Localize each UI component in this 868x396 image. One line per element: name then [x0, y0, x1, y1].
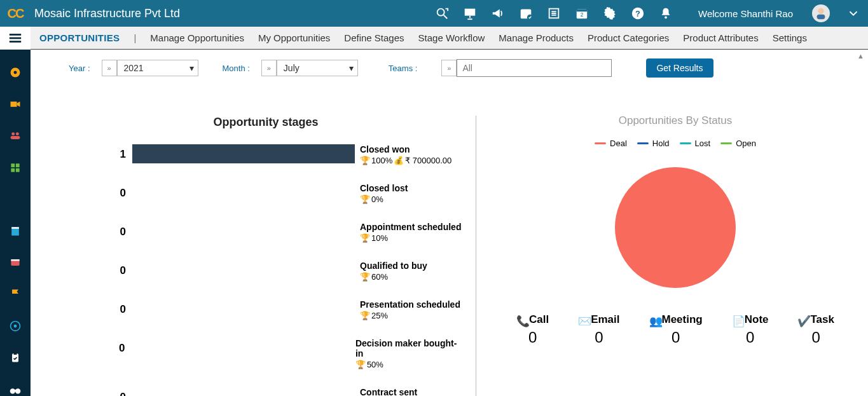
- rail-moon-icon[interactable]: [9, 193, 22, 206]
- activity-email: ✉️Email0: [578, 313, 619, 346]
- stage-percent: 0%: [371, 195, 383, 204]
- gear-icon[interactable]: [603, 6, 617, 20]
- scroll-up-indicator[interactable]: ▲: [857, 52, 864, 60]
- get-results-button[interactable]: Get Results: [646, 58, 713, 78]
- svg-rect-31: [11, 168, 15, 172]
- trophy-icon: 🏆: [360, 311, 370, 320]
- nav-product-attributes[interactable]: Product Attributes: [683, 32, 758, 43]
- stage-name: Appointment scheduled: [360, 222, 461, 232]
- menu-toggle[interactable]: [0, 27, 31, 50]
- nav-stage-workflow[interactable]: Stage Workflow: [418, 32, 485, 43]
- sub-nav-bar: OPPORTUNITIES | Manage Opportunities My …: [0, 27, 868, 50]
- legend-label: Open: [736, 139, 756, 148]
- stage-name: Closed lost: [360, 183, 408, 193]
- svg-point-24: [14, 71, 17, 74]
- app-logo[interactable]: CC: [0, 0, 31, 27]
- status-chart-title: Opportunities By Status: [502, 114, 849, 127]
- year-prev[interactable]: »: [102, 60, 117, 76]
- nav-my-opportunities[interactable]: My Opportunities: [258, 32, 330, 43]
- trophy-icon: 🏆: [360, 156, 370, 165]
- month-select[interactable]: July ▾: [277, 60, 358, 76]
- nav-opportunities[interactable]: OPPORTUNITIES: [39, 32, 120, 43]
- search-icon[interactable]: [435, 6, 449, 20]
- filter-bar: Year : » 2021 ▾ Month : » July ▾ Teams :…: [69, 58, 849, 78]
- rail-grid-icon[interactable]: [9, 161, 22, 174]
- month-value: July: [284, 63, 300, 73]
- meeting-icon: 👥: [649, 315, 659, 325]
- top-bar: CC Mosaic Infrastructure Pvt Ltd 2 ? Wel…: [0, 0, 868, 27]
- nav-product-categories[interactable]: Product Categories: [588, 32, 669, 43]
- svg-line-1: [444, 15, 448, 19]
- rail-video-icon[interactable]: [9, 98, 22, 111]
- activity-label: Email: [591, 313, 619, 326]
- stage-count: 0: [69, 387, 132, 396]
- activity-count: 0: [732, 329, 769, 346]
- list-icon[interactable]: [547, 6, 561, 20]
- help-icon[interactable]: ?: [631, 6, 645, 20]
- rail-binoculars-icon[interactable]: [9, 383, 22, 396]
- svg-rect-36: [11, 259, 19, 261]
- year-value: 2021: [124, 63, 144, 73]
- activity-count: 0: [649, 329, 703, 346]
- activity-label: Meeting: [662, 313, 703, 326]
- legend-label: Hold: [652, 139, 670, 148]
- stage-count: 1: [69, 144, 132, 161]
- stage-count: 0: [69, 299, 132, 316]
- stage-bar: [132, 261, 355, 280]
- announcement-icon[interactable]: [491, 6, 505, 20]
- stage-percent: 10%: [371, 233, 388, 243]
- status-pie-chart: [615, 167, 736, 288]
- bell-icon[interactable]: [659, 6, 673, 20]
- stage-percent: 25%: [371, 311, 388, 320]
- chevron-down-icon[interactable]: [846, 6, 860, 20]
- teams-prev[interactable]: »: [441, 60, 457, 76]
- year-select[interactable]: 2021 ▾: [117, 60, 198, 76]
- stage-row: 0Appointment scheduled🏆10%: [69, 222, 463, 243]
- activity-task: ✔️Task0: [797, 313, 834, 346]
- stage-count: 0: [69, 222, 132, 238]
- svg-rect-2: [465, 9, 476, 16]
- svg-point-0: [437, 9, 444, 16]
- presentation-icon[interactable]: [463, 6, 477, 20]
- legend-item: Deal: [595, 139, 627, 148]
- svg-rect-28: [11, 136, 20, 139]
- activity-label: Task: [810, 313, 834, 326]
- rail-flag-icon[interactable]: [9, 288, 22, 301]
- dropdown-icon: ▾: [189, 63, 194, 73]
- month-prev[interactable]: »: [261, 60, 277, 76]
- stage-bar: [132, 183, 355, 202]
- stage-row: 0Contract sent🏆70%: [69, 387, 463, 396]
- stage-percent: 100%: [371, 156, 392, 165]
- nav-manage-products[interactable]: Manage Products: [499, 32, 574, 43]
- svg-rect-29: [11, 163, 15, 167]
- rail-people-icon[interactable]: [9, 130, 22, 142]
- year-label: Year :: [69, 64, 90, 73]
- nav-manage-opportunities[interactable]: Manage Opportunities: [150, 32, 244, 43]
- nav-separator: |: [134, 32, 136, 43]
- legend-swatch: [595, 142, 606, 144]
- svg-rect-19: [817, 15, 825, 19]
- avatar[interactable]: [812, 4, 830, 22]
- stage-percent: 50%: [367, 360, 383, 369]
- stage-percent: 60%: [371, 272, 388, 282]
- stage-amount: ₹ 700000.00: [405, 156, 451, 165]
- stage-name: Qualified to buy: [360, 261, 427, 271]
- svg-point-18: [818, 8, 823, 14]
- rail-card-icon[interactable]: [9, 256, 22, 269]
- nav-define-stages[interactable]: Define Stages: [344, 32, 404, 43]
- stage-count: 0: [69, 338, 132, 355]
- legend-item: Open: [720, 139, 756, 148]
- teams-input[interactable]: [457, 59, 612, 77]
- stage-bar: [132, 338, 350, 357]
- rail-clipboard-icon[interactable]: [9, 352, 22, 364]
- calendar-icon[interactable]: 2: [575, 6, 589, 20]
- stage-bar: [132, 387, 355, 396]
- rail-gear-icon[interactable]: [9, 66, 22, 79]
- calendar-check-icon[interactable]: [519, 6, 533, 20]
- rail-target-icon[interactable]: [9, 320, 22, 332]
- stage-name: Presentation scheduled: [360, 299, 460, 310]
- nav-settings[interactable]: Settings: [773, 32, 807, 43]
- teams-label: Teams :: [389, 64, 418, 73]
- activity-note: 📄Note0: [732, 313, 769, 346]
- rail-book-icon[interactable]: [9, 225, 22, 238]
